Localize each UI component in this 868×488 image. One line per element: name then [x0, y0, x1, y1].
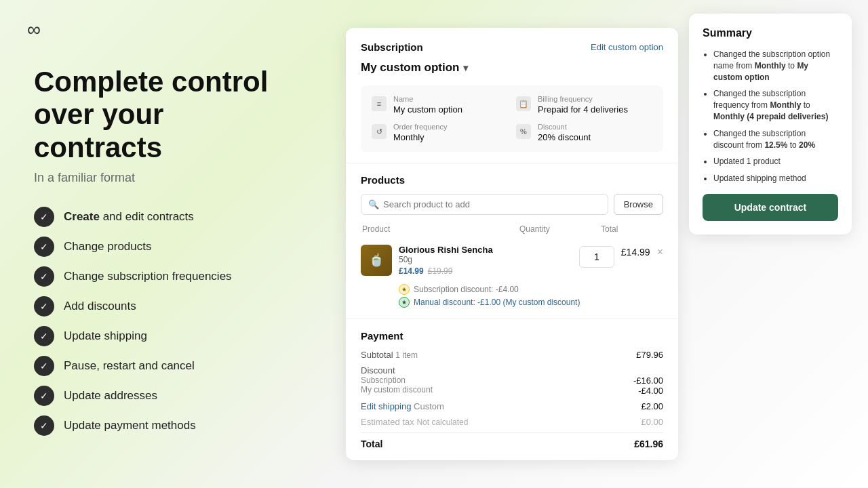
- quantity-col-header: Quantity: [519, 224, 601, 234]
- billing-detail-text: Billing frequency Prepaid for 4 deliveri…: [538, 95, 628, 115]
- left-panel: ∞ Complete control over your contracts I…: [0, 0, 330, 488]
- product-current-price: £14.99: [399, 266, 424, 276]
- manual-discount-row: ★ Manual discount: -£1.00 (My custom dis…: [399, 297, 663, 308]
- heading-line1: Complete control: [34, 66, 268, 98]
- product-total-price: £14.99: [621, 247, 650, 258]
- update-contract-button[interactable]: Update contract: [703, 194, 838, 221]
- product-weight: 50g: [399, 255, 572, 264]
- product-name: Glorious Rishi Sencha: [399, 245, 572, 255]
- subscription-header: Subscription Edit custom option: [361, 41, 663, 53]
- feature-label: Change subscription frequencies: [64, 270, 232, 283]
- remove-product-button[interactable]: ×: [657, 246, 663, 258]
- right-panel: Subscription Edit custom option My custo…: [330, 0, 868, 488]
- quantity-input[interactable]: [579, 246, 614, 268]
- sub-heading: In a familiar format: [34, 171, 296, 185]
- feature-label: Create and edit contracts: [64, 210, 194, 224]
- name-value: My custom option: [393, 104, 462, 115]
- order-icon: ↺: [372, 124, 387, 139]
- billing-label: Billing frequency: [538, 95, 628, 103]
- feature-label: Change products: [64, 240, 151, 253]
- summary-title: Summary: [703, 27, 838, 39]
- discount-rows: ★ Subscription discount: -£4.00 ★ Manual…: [361, 281, 663, 308]
- discount-label: Discount: [361, 365, 433, 375]
- discount-value: 20% discount: [538, 132, 591, 142]
- subscription-discount-row: ★ Subscription discount: -£4.00: [399, 284, 663, 295]
- subscription-section-title: Subscription: [361, 41, 423, 53]
- check-icon: ✓: [34, 326, 54, 346]
- order-detail-text: Order frequency Monthly: [393, 123, 447, 142]
- heading-line2: over your contracts: [34, 98, 163, 163]
- tax-label: Estimated tax Not calculated: [361, 417, 468, 427]
- billing-detail: 📋 Billing frequency Prepaid for 4 delive…: [516, 95, 652, 115]
- payment-section: Payment Subtotal 1 item £79.96 Discount …: [346, 319, 678, 460]
- payment-divider: [361, 432, 663, 433]
- main-heading: Complete control over your contracts: [34, 66, 296, 164]
- discount-val1: -£16.00: [633, 375, 663, 386]
- subscription-discount-icon: ★: [399, 284, 410, 295]
- edit-shipping-anchor[interactable]: Edit shipping: [361, 401, 411, 411]
- name-label: Name: [393, 95, 462, 103]
- discount-sub1: Subscription: [361, 375, 433, 385]
- product-details-row: 🍵 Glorious Rishi Sencha 50g £14.99 £19.9…: [361, 239, 663, 281]
- name-detail: ≡ Name My custom option: [372, 95, 508, 115]
- feature-label: Update addresses: [64, 389, 157, 403]
- discount-detail-text: Discount 20% discount: [538, 123, 591, 142]
- shipping-row: Edit shipping Custom £2.00: [361, 401, 663, 411]
- discount-val2: -£4.00: [633, 386, 663, 396]
- billing-icon: 📋: [516, 96, 531, 111]
- name-detail-text: Name My custom option: [393, 95, 462, 115]
- main-card: Subscription Edit custom option My custo…: [346, 28, 678, 460]
- total-value: £61.96: [634, 439, 663, 449]
- feature-item: ✓ Create and edit contracts: [34, 207, 296, 227]
- feature-label: Update shipping: [64, 329, 147, 343]
- summary-item-4: Updated 1 product: [713, 156, 838, 167]
- summary-item-5: Updated shipping method: [713, 173, 838, 184]
- discount-row: Discount Subscription My custom discount…: [361, 365, 663, 396]
- feature-item: ✓ Pause, restart and cancel: [34, 356, 296, 376]
- product-row: 🍵 Glorious Rishi Sencha 50g £14.99 £19.9…: [361, 239, 663, 308]
- name-icon: ≡: [372, 96, 387, 111]
- search-input-wrap[interactable]: 🔍: [361, 194, 608, 215]
- feature-item: ✓ Add discounts: [34, 296, 296, 317]
- check-icon: ✓: [34, 386, 54, 406]
- products-section: Products 🔍 Browse Product Quantity Total…: [346, 163, 678, 319]
- subtotal-row: Subtotal 1 item £79.96: [361, 350, 663, 360]
- edit-shipping-link[interactable]: Edit shipping Custom: [361, 401, 444, 411]
- discount-icon: %: [516, 124, 531, 139]
- product-prices: £14.99 £19.99: [399, 266, 572, 276]
- edit-custom-option-link[interactable]: Edit custom option: [591, 42, 663, 52]
- product-total: £14.99 ×: [621, 245, 663, 258]
- product-original-price: £19.99: [428, 266, 453, 276]
- feature-item: ✓ Update addresses: [34, 386, 296, 406]
- product-info: Glorious Rishi Sencha 50g £14.99 £19.99: [399, 245, 572, 276]
- feature-label: Add discounts: [64, 300, 136, 313]
- check-icon: ✓: [34, 415, 54, 436]
- total-col-header: Total: [601, 224, 662, 234]
- subtotal-label: Subtotal 1 item: [361, 350, 418, 360]
- manual-discount-link[interactable]: Manual discount: -£1.00 (My custom disco…: [414, 298, 580, 307]
- tax-row: Estimated tax Not calculated £0.00: [361, 417, 663, 427]
- check-icon: ✓: [34, 266, 54, 287]
- manual-discount-icon: ★: [399, 297, 410, 308]
- chevron-down-icon: ▾: [463, 62, 468, 73]
- products-section-title: Products: [361, 174, 663, 186]
- shipping-value: £2.00: [641, 401, 663, 411]
- product-quantity-wrap: [579, 245, 614, 268]
- feature-item: ✓ Change products: [34, 237, 296, 257]
- product-thumbnail: 🍵: [361, 245, 392, 276]
- feature-item: ✓ Update payment methods: [34, 415, 296, 436]
- discount-values-group: . -£16.00 -£4.00: [633, 365, 663, 396]
- billing-value: Prepaid for 4 deliveries: [538, 104, 628, 115]
- tax-value: £0.00: [641, 417, 663, 427]
- discount-detail: % Discount 20% discount: [516, 123, 652, 142]
- feature-label: Pause, restart and cancel: [64, 359, 195, 373]
- logo-icon: ∞: [27, 19, 41, 41]
- search-input[interactable]: [383, 195, 601, 214]
- product-table-header: Product Quantity Total: [361, 224, 663, 234]
- browse-button[interactable]: Browse: [614, 194, 663, 215]
- feature-item: ✓ Change subscription frequencies: [34, 266, 296, 287]
- feature-list: ✓ Create and edit contracts ✓ Change pro…: [34, 207, 296, 436]
- feature-label: Update payment methods: [64, 419, 196, 432]
- subscription-dropdown[interactable]: My custom option ▾: [361, 61, 663, 75]
- discount-label: Discount: [538, 123, 591, 131]
